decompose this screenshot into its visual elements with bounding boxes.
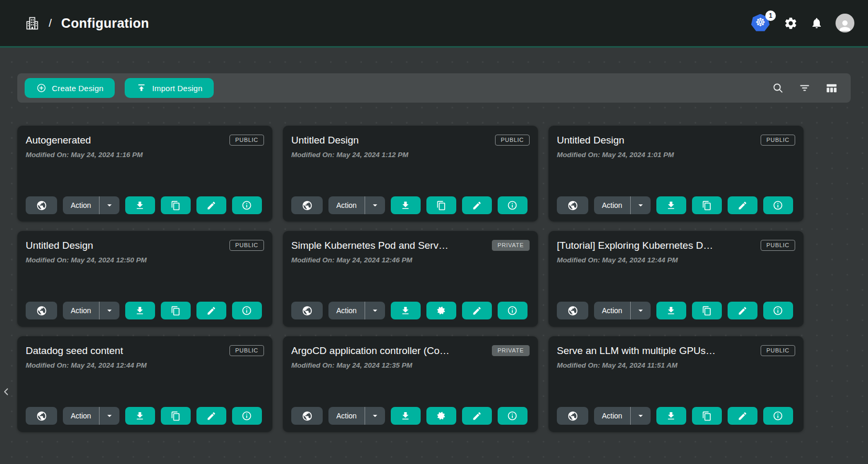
action-button[interactable]: Action xyxy=(328,196,365,214)
create-design-button[interactable]: Create Design xyxy=(25,78,115,98)
settings-gear-icon[interactable] xyxy=(784,16,798,30)
globe-icon xyxy=(567,411,578,422)
design-vortex-button[interactable] xyxy=(426,302,456,319)
info-button[interactable] xyxy=(763,302,793,319)
download-button[interactable] xyxy=(125,302,155,319)
action-button[interactable]: Action xyxy=(63,302,99,319)
clone-button[interactable] xyxy=(692,302,722,319)
design-card: Datadog seed content PUBLIC Modified On:… xyxy=(17,336,272,432)
design-card: Untitled Design PUBLIC Modified On: May … xyxy=(283,126,538,222)
action-button[interactable]: Action xyxy=(594,407,630,425)
download-icon xyxy=(400,411,411,421)
info-button[interactable] xyxy=(498,302,528,319)
publish-globe-button[interactable] xyxy=(291,302,323,319)
download-button[interactable] xyxy=(125,407,155,425)
filter-icon[interactable] xyxy=(798,82,811,94)
download-button[interactable] xyxy=(391,196,421,214)
organization-building-icon[interactable] xyxy=(24,15,40,32)
download-button[interactable] xyxy=(656,196,686,214)
download-button[interactable] xyxy=(391,407,421,425)
publish-globe-button[interactable] xyxy=(26,407,57,425)
chevron-down-icon xyxy=(104,200,115,211)
table-view-icon[interactable] xyxy=(825,82,838,95)
action-dropdown-toggle[interactable] xyxy=(365,302,385,319)
action-split-button: Action xyxy=(63,196,119,214)
chevron-down-icon xyxy=(635,305,646,316)
download-button[interactable] xyxy=(391,302,421,319)
publish-globe-button[interactable] xyxy=(291,407,323,425)
info-button[interactable] xyxy=(763,196,793,214)
design-title: Serve an LLM with multiple GPUs… xyxy=(557,344,716,357)
globe-icon xyxy=(302,305,313,316)
clone-button[interactable] xyxy=(426,196,456,214)
action-dropdown-toggle[interactable] xyxy=(365,196,385,214)
create-design-label: Create Design xyxy=(52,84,103,93)
clone-button[interactable] xyxy=(692,196,722,214)
edit-button[interactable] xyxy=(728,302,757,319)
kubernetes-context-button[interactable]: ☸ 1 xyxy=(751,14,771,32)
modified-date: Modified On: May 24, 2024 1:12 PM xyxy=(291,151,530,159)
design-title: Datadog seed content xyxy=(26,344,123,357)
visibility-badge: PUBLIC xyxy=(761,135,795,146)
action-button[interactable]: Action xyxy=(63,196,99,214)
publish-globe-button[interactable] xyxy=(557,302,588,319)
publish-globe-button[interactable] xyxy=(26,196,57,214)
edit-button[interactable] xyxy=(196,302,226,319)
chevron-down-icon xyxy=(104,411,115,421)
edit-button[interactable] xyxy=(462,302,492,319)
info-button[interactable] xyxy=(232,302,262,319)
action-button[interactable]: Action xyxy=(328,302,365,319)
app-header: / Configuration ☸ 1 xyxy=(0,0,868,48)
info-button[interactable] xyxy=(763,407,793,425)
edit-button[interactable] xyxy=(196,196,226,214)
design-vortex-button[interactable] xyxy=(426,407,456,425)
drawer-collapse-chevron[interactable] xyxy=(1,386,12,400)
download-button[interactable] xyxy=(656,407,686,425)
publish-globe-button[interactable] xyxy=(26,302,57,319)
info-button[interactable] xyxy=(232,407,262,425)
clone-button[interactable] xyxy=(161,407,191,425)
copy-icon xyxy=(171,201,181,211)
globe-icon xyxy=(36,200,47,211)
pencil-icon xyxy=(738,411,748,421)
info-button[interactable] xyxy=(498,407,528,425)
pencil-icon xyxy=(472,411,482,421)
search-icon[interactable] xyxy=(772,82,784,94)
import-design-button[interactable]: Import Design xyxy=(125,78,214,98)
clone-button[interactable] xyxy=(161,302,191,319)
info-button[interactable] xyxy=(498,196,528,214)
edit-button[interactable] xyxy=(462,196,492,214)
action-dropdown-toggle[interactable] xyxy=(99,302,119,319)
info-button[interactable] xyxy=(232,196,262,214)
download-button[interactable] xyxy=(656,302,686,319)
publish-globe-button[interactable] xyxy=(557,196,588,214)
publish-globe-button[interactable] xyxy=(557,407,588,425)
action-dropdown-toggle[interactable] xyxy=(630,196,651,214)
action-dropdown-toggle[interactable] xyxy=(99,196,119,214)
design-cards-grid: Autogenerated PUBLIC Modified On: May 24… xyxy=(17,126,804,432)
action-dropdown-toggle[interactable] xyxy=(630,302,651,319)
edit-button[interactable] xyxy=(462,407,492,425)
action-button[interactable]: Action xyxy=(594,196,630,214)
user-avatar[interactable] xyxy=(836,14,854,32)
info-icon xyxy=(507,305,518,316)
download-button[interactable] xyxy=(125,196,155,214)
edit-button[interactable] xyxy=(728,407,757,425)
visibility-badge: PRIVATE xyxy=(492,240,530,251)
clone-button[interactable] xyxy=(692,407,722,425)
edit-button[interactable] xyxy=(728,196,757,214)
action-dropdown-toggle[interactable] xyxy=(630,407,651,425)
action-dropdown-toggle[interactable] xyxy=(365,407,385,425)
action-button[interactable]: Action xyxy=(63,407,99,425)
clone-button[interactable] xyxy=(161,196,191,214)
edit-button[interactable] xyxy=(196,407,226,425)
publish-globe-button[interactable] xyxy=(291,196,323,214)
globe-icon xyxy=(36,411,47,422)
action-dropdown-toggle[interactable] xyxy=(99,407,119,425)
action-button[interactable]: Action xyxy=(328,407,365,425)
design-title: Untitled Design xyxy=(26,239,93,251)
action-button[interactable]: Action xyxy=(594,302,630,319)
notifications-bell-icon[interactable] xyxy=(810,17,823,29)
info-icon xyxy=(773,411,783,421)
chevron-down-icon xyxy=(104,305,115,316)
